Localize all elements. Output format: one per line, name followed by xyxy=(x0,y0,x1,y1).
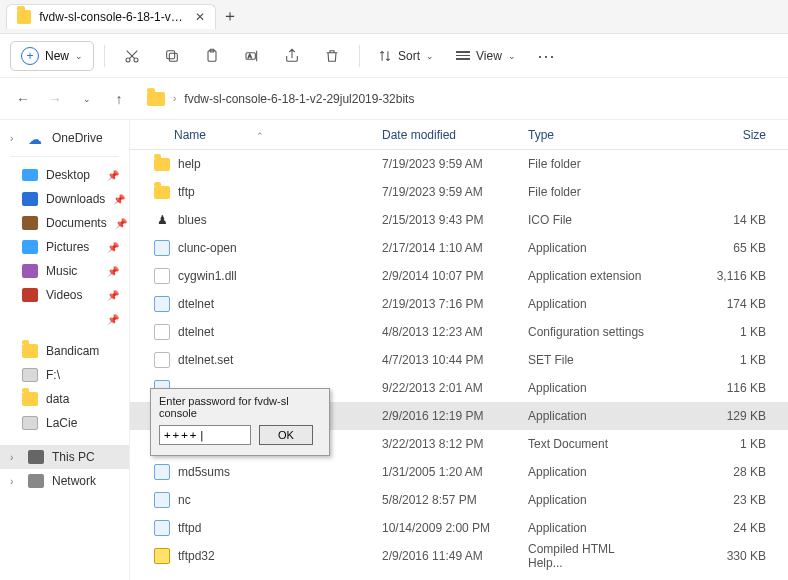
ok-button[interactable]: OK xyxy=(259,425,313,445)
paste-icon[interactable] xyxy=(195,41,229,71)
file-icon xyxy=(154,324,170,340)
file-type: Application extension xyxy=(528,269,652,283)
file-date: 2/9/2016 12:19 PM xyxy=(382,409,528,423)
music-icon xyxy=(22,264,38,278)
delete-icon[interactable] xyxy=(315,41,349,71)
back-button[interactable]: ← xyxy=(12,88,34,110)
view-button[interactable]: View ⌄ xyxy=(448,45,524,67)
network-icon xyxy=(28,474,44,488)
expand-icon[interactable]: › xyxy=(10,133,20,144)
expand-icon[interactable]: › xyxy=(10,476,20,487)
more-button[interactable]: ⋯ xyxy=(530,41,564,71)
pin-icon: 📌 xyxy=(107,290,119,301)
chevron-down-icon: ⌄ xyxy=(426,51,434,61)
file-row[interactable]: cygwin1.dll2/9/2014 10:07 PMApplication … xyxy=(130,262,788,290)
sidebar-label: Desktop xyxy=(46,168,90,182)
sidebar-item-hidden[interactable]: 📌 xyxy=(0,307,129,331)
chevron-down-icon: ⌄ xyxy=(508,51,516,61)
file-size: 14 KB xyxy=(652,213,788,227)
sidebar-item-data[interactable]: data xyxy=(0,387,129,411)
file-size: 28 KB xyxy=(652,465,788,479)
pictures-icon xyxy=(22,240,38,254)
file-type: Application xyxy=(528,493,652,507)
file-row[interactable]: tftp7/19/2023 9:59 AMFile folder xyxy=(130,178,788,206)
rename-icon[interactable]: A xyxy=(235,41,269,71)
sidebar-label: F:\ xyxy=(46,368,60,382)
window-tab[interactable]: fvdw-sl-console-6-18-1-v2-29... ✕ xyxy=(6,4,216,29)
file-date: 2/19/2013 7:16 PM xyxy=(382,297,528,311)
file-date: 3/22/2013 8:12 PM xyxy=(382,437,528,451)
desktop-icon xyxy=(22,169,38,181)
file-row[interactable]: clunc-open2/17/2014 1:10 AMApplication65… xyxy=(130,234,788,262)
file-row[interactable]: nc5/8/2012 8:57 PMApplication23 KB xyxy=(130,486,788,514)
sidebar-item-lacie[interactable]: LaCie xyxy=(0,411,129,435)
file-row[interactable]: dtelnet.set4/7/2013 10:44 PMSET File1 KB xyxy=(130,346,788,374)
file-row[interactable]: ♟blues2/15/2013 9:43 PMICO File14 KB xyxy=(130,206,788,234)
sidebar-label: OneDrive xyxy=(52,131,103,145)
sort-button[interactable]: Sort ⌄ xyxy=(370,45,442,67)
new-tab-button[interactable]: ＋ xyxy=(216,6,244,27)
sidebar-label: This PC xyxy=(52,450,95,464)
cut-icon[interactable] xyxy=(115,41,149,71)
forward-button[interactable]: → xyxy=(44,88,66,110)
file-row[interactable]: tftpd10/14/2009 2:00 PMApplication24 KB xyxy=(130,514,788,542)
file-size: 116 KB xyxy=(652,381,788,395)
file-row[interactable]: dtelnet4/8/2013 12:23 AMConfiguration se… xyxy=(130,318,788,346)
address-bar[interactable]: › fvdw-sl-console-6-18-1-v2-29jul2019-32… xyxy=(140,87,776,111)
file-type: Application xyxy=(528,465,652,479)
file-icon xyxy=(154,520,170,536)
copy-icon[interactable] xyxy=(155,41,189,71)
expand-icon[interactable]: › xyxy=(10,452,20,463)
recent-button[interactable]: ⌄ xyxy=(76,88,98,110)
column-name[interactable]: Name⌃ xyxy=(130,128,382,142)
sidebar-item-this-pc[interactable]: ›This PC xyxy=(0,445,129,469)
sidebar-item-network[interactable]: ›Network xyxy=(0,469,129,493)
column-size[interactable]: Size xyxy=(652,128,788,142)
password-input[interactable] xyxy=(159,425,251,445)
sidebar-item-videos[interactable]: Videos📌 xyxy=(0,283,129,307)
share-icon[interactable] xyxy=(275,41,309,71)
close-tab-icon[interactable]: ✕ xyxy=(195,10,205,24)
file-name: dtelnet.set xyxy=(178,353,233,367)
sidebar-item-pictures[interactable]: Pictures📌 xyxy=(0,235,129,259)
sidebar-label: Downloads xyxy=(46,192,105,206)
file-row[interactable]: md5sums1/31/2005 1:20 AMApplication28 KB xyxy=(130,458,788,486)
sidebar-item-documents[interactable]: Documents📌 xyxy=(0,211,129,235)
new-button[interactable]: + New ⌄ xyxy=(10,41,94,71)
sidebar-item-downloads[interactable]: Downloads📌 xyxy=(0,187,129,211)
sidebar-item-music[interactable]: Music📌 xyxy=(0,259,129,283)
file-row[interactable]: tftpd322/9/2016 11:49 AMCompiled HTML He… xyxy=(130,542,788,570)
pc-icon xyxy=(28,450,44,464)
sidebar: › ☁ OneDrive Desktop📌 Downloads📌 Documen… xyxy=(0,120,130,580)
file-name: dtelnet xyxy=(178,325,214,339)
file-row[interactable]: dtelnet2/19/2013 7:16 PMApplication174 K… xyxy=(130,290,788,318)
sidebar-item-f-drive[interactable]: F:\ xyxy=(0,363,129,387)
column-date[interactable]: Date modified xyxy=(382,128,528,142)
file-size: 1 KB xyxy=(652,437,788,451)
sidebar-label: Bandicam xyxy=(46,344,99,358)
file-icon xyxy=(154,492,170,508)
separator xyxy=(359,45,360,67)
sidebar-item-bandicam[interactable]: Bandicam xyxy=(0,339,129,363)
tab-bar: fvdw-sl-console-6-18-1-v2-29... ✕ ＋ xyxy=(0,0,788,34)
file-size: 330 KB xyxy=(652,549,788,563)
sidebar-item-onedrive[interactable]: › ☁ OneDrive xyxy=(0,126,129,150)
file-type: ICO File xyxy=(528,213,652,227)
drive-icon xyxy=(22,416,38,430)
file-icon: ♟ xyxy=(154,212,170,228)
documents-icon xyxy=(22,216,38,230)
password-dialog: Enter password for fvdw-sl console OK xyxy=(150,388,330,456)
file-size: 3,116 KB xyxy=(652,269,788,283)
file-name: clunc-open xyxy=(178,241,237,255)
file-row[interactable]: help7/19/2023 9:59 AMFile folder xyxy=(130,150,788,178)
pin-icon: 📌 xyxy=(113,194,125,205)
file-type: Compiled HTML Help... xyxy=(528,542,652,570)
column-type[interactable]: Type xyxy=(528,128,652,142)
file-type: File folder xyxy=(528,157,652,171)
file-size: 65 KB xyxy=(652,241,788,255)
col-label: Date modified xyxy=(382,128,456,142)
breadcrumb-segment[interactable]: fvdw-sl-console-6-18-1-v2-29jul2019-32bi… xyxy=(184,92,414,106)
sidebar-item-desktop[interactable]: Desktop📌 xyxy=(0,163,129,187)
tab-title: fvdw-sl-console-6-18-1-v2-29... xyxy=(39,10,187,24)
up-button[interactable]: ↑ xyxy=(108,88,130,110)
